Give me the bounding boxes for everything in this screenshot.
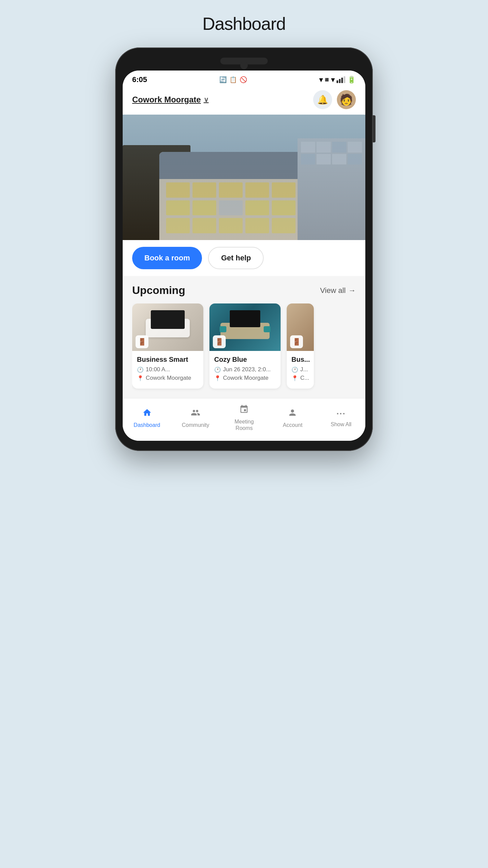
card-location-1: 📍 Cowork Moorgate — [137, 375, 199, 381]
app-header: Cowork Moorgate ∨ 🔔 🧑 — [123, 87, 365, 115]
section-header: Upcoming View all → — [132, 284, 356, 297]
account-icon — [288, 408, 297, 420]
card-time-1: 🕐 10:00 A... — [137, 366, 199, 373]
card-image-3: 🚪 — [287, 303, 314, 351]
app-icon-3: 🚫 — [240, 76, 247, 83]
card-info-2: Cozy Blue 🕐 Jun 26 2023, 2:0... 📍 Cowork… — [209, 351, 281, 389]
upcoming-section: Upcoming View all → 🚪 — [123, 276, 365, 398]
nav-label-meeting-rooms: MeetingRooms — [235, 418, 254, 431]
avatar[interactable]: 🧑 — [337, 90, 356, 109]
more-icon: ··· — [337, 409, 346, 419]
card-time-2: 🕐 Jun 26 2023, 2:0... — [214, 366, 276, 373]
bell-icon: 🔔 — [317, 95, 328, 105]
cta-buttons-section: Book a room Get help — [123, 240, 365, 276]
location-icon-1: 📍 — [137, 375, 144, 381]
card-name-1: Business Smart — [137, 356, 199, 363]
meeting-rooms-icon — [239, 405, 249, 416]
card-name-2: Cozy Blue — [214, 356, 276, 363]
clock-icon-1: 🕐 — [137, 367, 144, 373]
notification-bell-button[interactable]: 🔔 — [313, 90, 332, 109]
cards-row: 🚪 Business Smart 🕐 10:00 A... 📍 Cowork M… — [132, 303, 356, 393]
hero-image — [123, 115, 365, 240]
card-name-3: Bus... — [291, 356, 309, 363]
nav-item-dashboard[interactable]: Dashboard — [134, 408, 161, 428]
status-bar: 6:05 🔄 📋 🚫 ▾◾▾ 🔋 — [123, 71, 365, 87]
nav-label-show-all: Show All — [331, 421, 351, 428]
nav-item-show-all[interactable]: ··· Show All — [327, 409, 354, 428]
community-icon — [191, 408, 200, 420]
room-card-3[interactable]: 🚪 Bus... 🕐 J... 📍 C... — [287, 303, 314, 389]
signal-bars — [337, 76, 345, 83]
nav-label-dashboard: Dashboard — [134, 422, 160, 428]
view-all-label: View all — [320, 286, 346, 295]
nav-item-meeting-rooms[interactable]: MeetingRooms — [230, 405, 258, 431]
battery-icon: 🔋 — [347, 76, 356, 84]
card-location-3: 📍 C... — [291, 375, 309, 381]
room-card-1[interactable]: 🚪 Business Smart 🕐 10:00 A... 📍 Cowork M… — [132, 303, 203, 389]
clock-icon-2: 🕐 — [214, 367, 221, 373]
page-title: Dashboard — [202, 14, 285, 34]
location-icon-2: 📍 — [214, 375, 221, 381]
location-icon-3: 📍 — [291, 375, 298, 381]
nav-label-community: Community — [182, 422, 209, 428]
bottom-nav: Dashboard Community MeetingRooms — [123, 398, 365, 441]
home-icon — [142, 408, 152, 420]
app-icon-2: 📋 — [229, 76, 237, 83]
nav-item-account[interactable]: Account — [279, 408, 306, 428]
book-room-button[interactable]: Book a room — [132, 247, 202, 269]
card-location-2: 📍 Cowork Moorgate — [214, 375, 276, 381]
nav-item-community[interactable]: Community — [182, 408, 209, 428]
status-icons-left: 🔄 📋 🚫 — [219, 76, 247, 83]
avatar-image: 🧑 — [340, 93, 353, 106]
card-info-1: Business Smart 🕐 10:00 A... 📍 Cowork Moo… — [132, 351, 203, 389]
card-image-2: 🚪 — [209, 303, 281, 351]
phone-shell: 6:05 🔄 📋 🚫 ▾◾▾ 🔋 Cowork Moorgate — [115, 47, 373, 451]
wifi-icon: ▾◾▾ — [319, 76, 334, 84]
header-actions: 🔔 🧑 — [313, 90, 356, 109]
card-door-icon-1: 🚪 — [136, 335, 148, 348]
clock-icon-3: 🕐 — [291, 367, 298, 373]
card-image-1: 🚪 — [132, 303, 203, 351]
view-all-link[interactable]: View all → — [320, 286, 356, 295]
nav-label-account: Account — [283, 422, 303, 428]
hero-overlay — [123, 115, 365, 240]
card-door-icon-2: 🚪 — [213, 335, 226, 348]
card-door-icon-3: 🚪 — [290, 335, 303, 348]
app-icon-1: 🔄 — [219, 76, 227, 83]
screen: 6:05 🔄 📋 🚫 ▾◾▾ 🔋 Cowork Moorgate — [123, 71, 365, 441]
location-label: Cowork Moorgate — [132, 95, 201, 104]
get-help-button[interactable]: Get help — [208, 247, 264, 269]
camera-dot — [240, 62, 248, 69]
chevron-down-icon: ∨ — [204, 96, 209, 104]
section-title: Upcoming — [132, 284, 185, 297]
card-info-3: Bus... 🕐 J... 📍 C... — [287, 351, 314, 389]
location-selector[interactable]: Cowork Moorgate ∨ — [132, 95, 209, 104]
card-time-3: 🕐 J... — [291, 366, 309, 373]
arrow-icon: → — [348, 286, 356, 295]
status-time: 6:05 — [132, 75, 147, 84]
status-icons-right: ▾◾▾ 🔋 — [319, 76, 356, 84]
room-card-2[interactable]: 🚪 Cozy Blue 🕐 Jun 26 2023, 2:0... 📍 Cowo… — [209, 303, 281, 389]
